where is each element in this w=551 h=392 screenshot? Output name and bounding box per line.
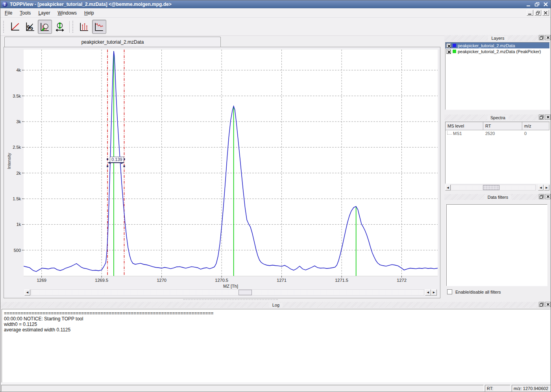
layer-row-peakpicker[interactable]: peakpicker_tutorial_2.mzData (PeakPicker… bbox=[446, 48, 549, 54]
spectrum-plot-pane: Intensity 5001k1.5k2k2.5k3k3.5k4k 0.139 … bbox=[4, 47, 440, 298]
y-axis-tick-labels: 5001k1.5k2k2.5k3k3.5k4k bbox=[4, 50, 22, 276]
spectra-row[interactable]: MS1 2520 0 bbox=[446, 130, 549, 137]
filters-close-button[interactable] bbox=[545, 194, 551, 199]
scroll-left-button[interactable]: ◀ bbox=[445, 185, 451, 190]
spectra-dock-title: Spectra bbox=[487, 115, 508, 120]
spectrum-tab-label: peakpicker_tutorial_2.mzData bbox=[81, 39, 144, 45]
menu-help[interactable]: Help bbox=[81, 9, 97, 17]
spectrum-tab[interactable]: peakpicker_tutorial_2.mzData bbox=[4, 37, 221, 47]
intensity-percentage-button[interactable]: % bbox=[23, 20, 37, 34]
spectra-hscrollbar: ◀ ◀ ▶ bbox=[445, 185, 550, 190]
scroll-right-button[interactable]: ▶ bbox=[544, 185, 549, 190]
layer-label: peakpicker_tutorial_2.mzData (PeakPicker… bbox=[458, 49, 541, 54]
x-tick-label: 1271.5 bbox=[335, 278, 348, 283]
filters-float-button[interactable] bbox=[539, 194, 544, 199]
spectra-ms-level: MS1 bbox=[453, 131, 462, 136]
peak-width-label[interactable]: 0.139 bbox=[110, 157, 124, 163]
child-minimize-button[interactable] bbox=[527, 10, 533, 16]
layers-close-button[interactable] bbox=[545, 35, 551, 40]
data-filters-dock: Data filters Enable/disable all filters bbox=[444, 194, 551, 300]
spectra-float-button[interactable] bbox=[539, 115, 544, 120]
y-tick-label: 4k bbox=[16, 68, 21, 72]
filters-dock-title: Data filters bbox=[484, 195, 512, 200]
child-restore-button[interactable] bbox=[534, 10, 541, 16]
column-header-rt[interactable]: RT bbox=[483, 122, 522, 130]
check-x-icon bbox=[447, 44, 451, 48]
scroll-thumb[interactable] bbox=[239, 290, 252, 295]
toolbar: % bbox=[0, 18, 551, 36]
y-tick-label: 3k bbox=[16, 119, 21, 124]
y-tick-label: 500 bbox=[14, 248, 21, 253]
toolbar-drag-handle-2[interactable] bbox=[72, 21, 74, 33]
scroll-left-button[interactable]: ◀ bbox=[24, 289, 30, 296]
svg-text:%: % bbox=[27, 23, 33, 31]
spectra-table: MS level RT m/z MS1 2520 0 bbox=[445, 122, 550, 184]
x-axis-title: MZ [Th] bbox=[24, 284, 438, 288]
log-line: ========================================… bbox=[4, 311, 548, 316]
log-float-button[interactable] bbox=[539, 302, 544, 307]
x-tick-label: 1270.5 bbox=[215, 278, 228, 283]
layer-row-raw[interactable]: peakpicker_tutorial_2.mzData bbox=[446, 43, 549, 48]
log-line: width0 = 0.1125 bbox=[4, 322, 548, 327]
column-header-mz[interactable]: m/z bbox=[522, 122, 549, 130]
scroll-trough[interactable] bbox=[31, 289, 424, 296]
layers-dock: Layers peakpicker_tutorial_2.mzData peak… bbox=[444, 35, 551, 111]
column-header-ms-level[interactable]: MS level bbox=[446, 122, 483, 130]
profile-view-icon bbox=[94, 22, 104, 32]
y-tick-label: 2k bbox=[16, 171, 21, 176]
reset-zoom-icon bbox=[10, 22, 20, 32]
log-dock-titlebar[interactable]: Log bbox=[0, 302, 551, 308]
data-filters-list[interactable] bbox=[446, 204, 547, 286]
spectrum-canvas[interactable]: 0.139 bbox=[24, 50, 438, 276]
scroll-trough[interactable] bbox=[451, 185, 536, 190]
log-close-button[interactable] bbox=[545, 302, 551, 307]
log-line: 00:00:00 NOTICE: Starting TOPP tool bbox=[4, 316, 548, 322]
zoom-mode-icon bbox=[40, 22, 50, 32]
child-close-button[interactable] bbox=[542, 10, 549, 16]
layers-dock-titlebar[interactable]: Layers bbox=[444, 35, 551, 41]
profile-view-button[interactable] bbox=[92, 20, 106, 34]
peaks-view-icon bbox=[79, 22, 89, 32]
translate-mode-button[interactable] bbox=[53, 20, 67, 34]
reset-zoom-button[interactable] bbox=[8, 20, 22, 34]
toolbar-drag-handle[interactable] bbox=[3, 21, 5, 33]
layers-dock-title: Layers bbox=[488, 36, 507, 41]
menu-windows[interactable]: Windows bbox=[54, 9, 80, 17]
close-button[interactable] bbox=[542, 2, 549, 7]
log-dock: Log ====================================… bbox=[0, 302, 551, 383]
layers-float-button[interactable] bbox=[539, 35, 544, 40]
peaks-view-button[interactable] bbox=[77, 20, 91, 34]
enable-filters-checkbox[interactable] bbox=[447, 289, 452, 294]
translate-mode-icon bbox=[55, 22, 65, 32]
x-tick-label: 1270 bbox=[157, 278, 166, 283]
log-text[interactable]: ========================================… bbox=[2, 309, 550, 383]
menu-layer[interactable]: Layer bbox=[35, 9, 53, 17]
status-mz: m/z: 1270.940602 bbox=[512, 385, 551, 392]
enable-filters-label: Enable/disable all filters bbox=[455, 290, 501, 294]
x-axis-tick-labels: 12691269.512701270.512711271.51272 bbox=[24, 278, 438, 283]
status-rt: RT: bbox=[485, 385, 510, 392]
scroll-left-button-2[interactable]: ◀ bbox=[425, 289, 431, 296]
plot-hscrollbar: ◀ ◀ ▶ bbox=[24, 289, 437, 296]
restore-button[interactable] bbox=[533, 2, 541, 7]
minimize-button[interactable] bbox=[525, 2, 532, 7]
dock-splitter-handle[interactable] bbox=[183, 299, 278, 301]
spectra-close-button[interactable] bbox=[545, 115, 551, 120]
filters-dock-titlebar[interactable]: Data filters bbox=[444, 194, 551, 200]
spectra-dock-titlebar[interactable]: Spectra bbox=[444, 115, 551, 120]
spectra-rt: 2520 bbox=[483, 130, 522, 137]
scroll-right-button[interactable]: ▶ bbox=[431, 289, 437, 296]
spectra-table-header: MS level RT m/z bbox=[446, 122, 549, 130]
window-titlebar[interactable]: T TOPPView - [peakpicker_tutorial_2.mzDa… bbox=[0, 0, 551, 8]
log-dock-title: Log bbox=[269, 303, 283, 307]
x-tick-label: 1271 bbox=[277, 278, 286, 283]
menu-tools[interactable]: Tools bbox=[17, 9, 34, 17]
y-tick-label: 2.5k bbox=[13, 145, 21, 150]
zoom-mode-button[interactable] bbox=[38, 20, 52, 34]
layer-visibility-checkbox[interactable] bbox=[446, 43, 451, 48]
menu-file[interactable]: File bbox=[2, 9, 15, 17]
scroll-left-button-2[interactable]: ◀ bbox=[538, 185, 544, 190]
spectrum-profile-line bbox=[24, 51, 438, 272]
layer-visibility-checkbox[interactable] bbox=[446, 49, 451, 54]
scroll-thumb[interactable] bbox=[483, 185, 499, 190]
